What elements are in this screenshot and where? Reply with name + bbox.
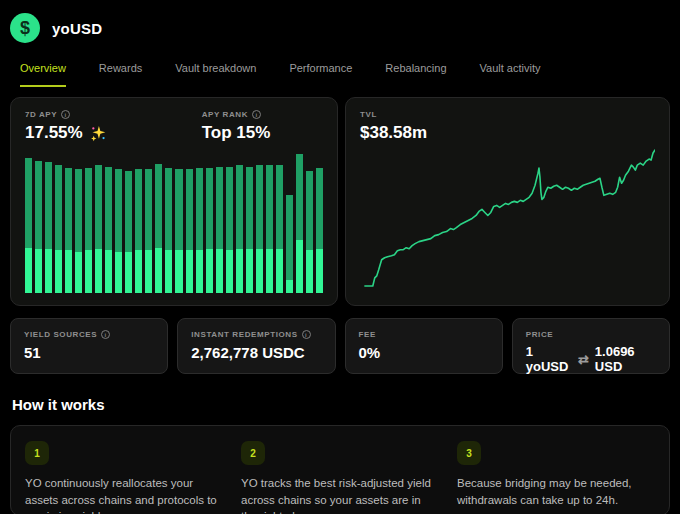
- apy-bar-top-segment: [216, 167, 223, 249]
- apy-bar: [306, 171, 313, 293]
- apy-bar-top-segment: [115, 169, 122, 251]
- apy-bar-top-segment: [165, 168, 172, 250]
- stat-card-yield-sources: YIELD SOURCES51: [10, 318, 168, 374]
- apy-bar-top-segment: [286, 195, 293, 280]
- apy-bar-top-segment: [246, 167, 253, 249]
- tab-vault-activity[interactable]: Vault activity: [480, 62, 541, 87]
- apy-bar-top-segment: [316, 168, 323, 249]
- apy-metric: 7D APY 17.55%: [25, 110, 106, 143]
- apy-rank-label: APY RANK: [202, 110, 248, 119]
- swap-arrows-icon: ⇄: [578, 352, 589, 367]
- apy-bar: [216, 167, 223, 293]
- apy-bar-top-segment: [35, 161, 42, 249]
- tvl-label: TVL: [360, 110, 655, 119]
- stat-label-row: PRICE: [526, 330, 656, 339]
- tab-performance[interactable]: Performance: [289, 62, 352, 87]
- step-description: Because bridging may be needed, withdraw…: [457, 475, 655, 508]
- apy-bar: [115, 169, 122, 293]
- apy-bar: [286, 195, 293, 293]
- apy-bar-chart: [25, 151, 323, 293]
- how-it-works-card: 1YO continuously reallocates your assets…: [10, 425, 670, 514]
- apy-bar-top-segment: [186, 169, 193, 250]
- tvl-header: TVL $38.58m: [360, 110, 655, 143]
- step-number-badge: 2: [241, 441, 265, 465]
- apy-bar: [316, 168, 323, 293]
- apy-bar: [236, 165, 243, 293]
- apy-bar: [226, 167, 233, 293]
- tab-vault-breakdown[interactable]: Vault breakdown: [175, 62, 256, 87]
- info-icon[interactable]: [101, 330, 110, 339]
- apy-bar: [35, 161, 42, 293]
- apy-bar-top-segment: [306, 171, 313, 250]
- tvl-value: $38.58m: [360, 123, 655, 143]
- apy-value-row: 17.55%: [25, 123, 106, 143]
- apy-rank-metric: APY RANK Top 15%: [202, 110, 271, 143]
- apy-card-header: 7D APY 17.55% A: [25, 110, 323, 143]
- apy-bar: [125, 171, 132, 293]
- apy-bar: [45, 162, 52, 293]
- header: $ yoUSD: [10, 8, 670, 46]
- how-it-works-step-3: 3Because bridging may be needed, withdra…: [457, 441, 655, 501]
- stat-label: FEE: [359, 330, 376, 339]
- info-icon[interactable]: [302, 330, 311, 339]
- apy-bar: [55, 165, 62, 293]
- stats-row: YIELD SOURCES51INSTANT REDEMPTIONS2,762,…: [10, 318, 670, 374]
- apy-bar: [296, 154, 303, 293]
- stat-card-instant-redemptions: INSTANT REDEMPTIONS2,762,778 USDC: [177, 318, 335, 374]
- apy-bar-top-segment: [256, 165, 263, 249]
- apy-bar: [246, 167, 253, 293]
- apy-value: 17.55%: [25, 123, 83, 143]
- info-icon[interactable]: [252, 110, 261, 119]
- stat-label: PRICE: [526, 330, 553, 339]
- tvl-card: TVL $38.58m: [345, 97, 670, 306]
- apy-bar: [75, 169, 82, 293]
- apy-rank-label-row: APY RANK: [202, 110, 271, 119]
- apy-bar-top-segment: [95, 165, 102, 249]
- step-description: YO continuously reallocates your assets …: [25, 475, 223, 514]
- apy-bar-top-segment: [155, 164, 162, 248]
- price-base: 1 yoUSD: [526, 344, 572, 374]
- app: $ yoUSD OverviewRewardsVault breakdownPe…: [0, 0, 680, 514]
- apy-bar-top-segment: [226, 167, 233, 251]
- stat-label-row: YIELD SOURCES: [24, 330, 154, 339]
- step-description: YO tracks the best risk-adjusted yield a…: [241, 475, 439, 514]
- dollar-glyph: $: [20, 18, 30, 39]
- apy-bar: [165, 168, 172, 293]
- apy-rank-value: Top 15%: [202, 123, 271, 143]
- apy-bar-top-segment: [206, 168, 213, 249]
- apy-bar-top-segment: [175, 169, 182, 250]
- apy-bar: [85, 168, 92, 293]
- apy-label-row: 7D APY: [25, 110, 106, 119]
- step-number-badge: 3: [457, 441, 481, 465]
- apy-bar: [105, 167, 112, 293]
- apy-bar-top-segment: [105, 167, 112, 251]
- tab-rewards[interactable]: Rewards: [99, 62, 142, 87]
- apy-bar-top-segment: [55, 165, 62, 250]
- apy-bar: [95, 165, 102, 293]
- apy-bar-top-segment: [45, 162, 52, 249]
- apy-bar: [155, 164, 162, 293]
- how-it-works-step-2: 2YO tracks the best risk-adjusted yield …: [241, 441, 439, 501]
- how-it-works-title: How it works: [10, 396, 670, 413]
- apy-bar: [135, 169, 142, 293]
- info-icon[interactable]: [61, 110, 70, 119]
- sparkles-icon: [89, 125, 106, 142]
- apy-bar: [25, 158, 32, 293]
- tab-rebalancing[interactable]: Rebalancing: [385, 62, 446, 87]
- apy-card: 7D APY 17.55% A: [10, 97, 338, 306]
- stat-label: YIELD SOURCES: [24, 330, 97, 339]
- stat-card-fee: FEE0%: [345, 318, 503, 374]
- apy-bar: [206, 168, 213, 293]
- apy-bar: [276, 165, 283, 293]
- apy-bar-top-segment: [145, 169, 152, 250]
- apy-bar-top-segment: [125, 171, 132, 252]
- step-number-badge: 1: [25, 441, 49, 465]
- yousd-logo-icon: $: [10, 13, 40, 43]
- page-title: yoUSD: [52, 20, 102, 37]
- stat-value: 1 yoUSD⇄1.0696 USD: [526, 344, 656, 374]
- tab-bar: OverviewRewardsVault breakdownPerformanc…: [10, 62, 670, 87]
- stat-label: INSTANT REDEMPTIONS: [191, 330, 297, 339]
- tab-overview[interactable]: Overview: [20, 62, 66, 87]
- apy-bar-top-segment: [25, 158, 32, 247]
- apy-bar: [145, 169, 152, 293]
